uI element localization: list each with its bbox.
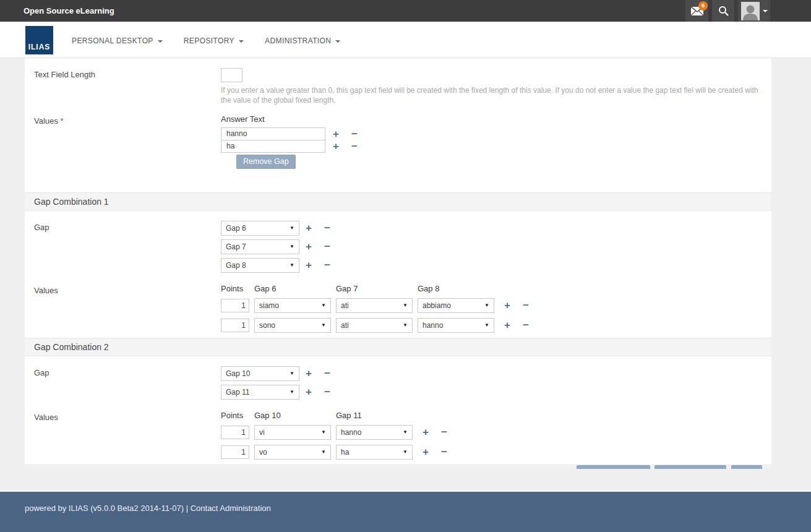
add-icon[interactable]: + bbox=[503, 300, 512, 311]
answer-text-input[interactable] bbox=[221, 127, 325, 140]
remove-icon[interactable]: − bbox=[323, 387, 332, 397]
values-label: Values * bbox=[34, 114, 221, 178]
remove-icon[interactable]: − bbox=[323, 223, 332, 233]
nav-personal-desktop[interactable]: PERSONAL DESKTOP bbox=[72, 36, 163, 45]
remove-icon[interactable]: − bbox=[440, 427, 448, 437]
chevron-down-icon: ▼ bbox=[321, 449, 326, 455]
form-row-gap-1: Gap Gap 6 ▼ + − Gap 7 ▼ + − bbox=[25, 221, 771, 277]
values-row: vi ▼ hanno ▼ + − bbox=[221, 425, 771, 440]
save-button[interactable]: Save bbox=[731, 465, 763, 469]
points-header: Points bbox=[221, 284, 254, 293]
mail-button[interactable]: 6 bbox=[685, 0, 708, 22]
gap-select[interactable]: Gap 7 ▼ bbox=[221, 239, 299, 254]
gap-select-row: Gap 6 ▼ + − bbox=[221, 221, 771, 236]
text-field-length-help: If you enter a value greater than 0, thi… bbox=[221, 86, 760, 106]
chevron-down-icon bbox=[763, 10, 768, 12]
remove-icon[interactable]: − bbox=[350, 141, 359, 152]
value-select[interactable]: sono ▼ bbox=[254, 318, 331, 333]
points-input[interactable] bbox=[221, 426, 249, 439]
add-icon[interactable]: + bbox=[421, 447, 430, 457]
ilias-logo[interactable]: ILIAS bbox=[25, 26, 53, 54]
points-input[interactable] bbox=[221, 299, 249, 312]
values-row: sono ▼ ati ▼ hanno ▼ + − bbox=[221, 318, 771, 333]
remove-icon[interactable]: − bbox=[323, 368, 332, 379]
add-icon[interactable]: + bbox=[304, 260, 313, 270]
answer-text-input[interactable] bbox=[221, 140, 325, 153]
save-and-return-button[interactable]: Save and Return bbox=[654, 465, 726, 469]
gap-label: Gap bbox=[34, 221, 221, 277]
select-value: vi bbox=[259, 428, 265, 437]
chevron-down-icon: ▼ bbox=[403, 429, 408, 435]
chevron-down-icon: ▼ bbox=[484, 302, 489, 308]
gap-col-header: Gap 11 bbox=[336, 411, 418, 420]
remove-icon[interactable]: − bbox=[323, 241, 332, 252]
main-area: Text Field Length If you enter a value g… bbox=[0, 58, 811, 492]
remove-icon[interactable]: − bbox=[521, 320, 530, 330]
values-table-header: Points Gap 6 Gap 7 Gap 8 bbox=[221, 284, 771, 293]
add-icon[interactable]: + bbox=[332, 141, 340, 152]
select-value: Gap 7 bbox=[226, 242, 246, 251]
add-icon[interactable]: + bbox=[332, 129, 340, 139]
user-menu-button[interactable] bbox=[738, 0, 770, 22]
gap-select[interactable]: Gap 8 ▼ bbox=[221, 258, 299, 273]
value-select[interactable]: vi ▼ bbox=[254, 425, 331, 440]
gap-select[interactable]: Gap 10 ▼ bbox=[221, 366, 299, 381]
add-icon[interactable]: + bbox=[304, 368, 313, 379]
chevron-down-icon: ▼ bbox=[321, 322, 326, 328]
add-icon[interactable]: + bbox=[304, 223, 313, 233]
points-header: Points bbox=[221, 411, 254, 420]
topbar: Open Source eLearning 6 bbox=[0, 0, 811, 22]
points-input[interactable] bbox=[221, 319, 249, 332]
text-field-length-input[interactable] bbox=[221, 68, 242, 82]
logo-text: ILIAS bbox=[28, 43, 51, 51]
value-select[interactable]: ha ▼ bbox=[336, 445, 413, 460]
value-select[interactable]: abbiamo ▼ bbox=[418, 298, 494, 313]
add-icon[interactable]: + bbox=[503, 320, 512, 330]
person-icon bbox=[741, 3, 760, 20]
gap-select-row: Gap 7 ▼ + − bbox=[221, 239, 771, 254]
gap-select[interactable]: Gap 6 ▼ bbox=[221, 221, 299, 236]
gap-col-header: Gap 8 bbox=[418, 284, 499, 293]
value-select[interactable]: hanno ▼ bbox=[418, 318, 494, 333]
gap-select[interactable]: Gap 11 ▼ bbox=[221, 385, 299, 400]
nav-label: REPOSITORY bbox=[184, 36, 234, 45]
select-value: hanno bbox=[341, 428, 361, 437]
footer-separator: | bbox=[186, 504, 188, 513]
nav-administration[interactable]: ADMINISTRATION bbox=[265, 36, 340, 45]
points-input[interactable] bbox=[221, 445, 249, 459]
add-icon[interactable]: + bbox=[421, 427, 430, 437]
contact-administration-link[interactable]: Contact Administration bbox=[191, 504, 271, 513]
search-button[interactable] bbox=[712, 0, 734, 22]
select-value: sono bbox=[259, 321, 275, 330]
add-icon[interactable]: + bbox=[304, 241, 313, 252]
gap-select-row: Gap 11 ▼ + − bbox=[221, 385, 771, 400]
remove-icon[interactable]: − bbox=[323, 260, 332, 270]
value-select[interactable]: ati ▼ bbox=[336, 318, 413, 333]
value-select[interactable]: hanno ▼ bbox=[336, 425, 413, 440]
values-row: siamo ▼ ati ▼ abbiamo ▼ + − bbox=[221, 298, 771, 313]
remove-gap-button[interactable]: Remove Gap bbox=[236, 155, 296, 169]
values-label: Values bbox=[34, 411, 221, 465]
select-value: ati bbox=[341, 301, 349, 310]
form-panel: Text Field Length If you enter a value g… bbox=[25, 58, 771, 469]
values-row: vo ▼ ha ▼ + − bbox=[221, 445, 771, 460]
nav-repository[interactable]: REPOSITORY bbox=[184, 36, 244, 45]
mail-badge: 6 bbox=[698, 1, 708, 11]
topbar-actions: 6 bbox=[682, 0, 770, 22]
search-icon bbox=[718, 6, 729, 16]
gap-col-header: Gap 7 bbox=[336, 284, 418, 293]
remove-icon[interactable]: − bbox=[440, 447, 448, 457]
value-select[interactable]: ati ▼ bbox=[336, 298, 413, 313]
chevron-down-icon: ▼ bbox=[290, 262, 294, 268]
chevron-down-icon bbox=[335, 40, 340, 43]
powered-by-text: powered by ILIAS (v5.0.0 Beta2 2014-11-0… bbox=[25, 504, 184, 513]
remove-icon[interactable]: − bbox=[521, 300, 530, 311]
chevron-down-icon bbox=[239, 40, 244, 43]
value-select[interactable]: vo ▼ bbox=[254, 445, 331, 460]
chevron-down-icon: ▼ bbox=[321, 302, 326, 308]
remove-icon[interactable]: − bbox=[350, 129, 359, 139]
select-value: ha bbox=[341, 448, 349, 457]
add-icon[interactable]: + bbox=[304, 387, 313, 397]
value-select[interactable]: siamo ▼ bbox=[254, 298, 331, 313]
gap-combination-button[interactable]: Gap Combination bbox=[577, 465, 650, 469]
